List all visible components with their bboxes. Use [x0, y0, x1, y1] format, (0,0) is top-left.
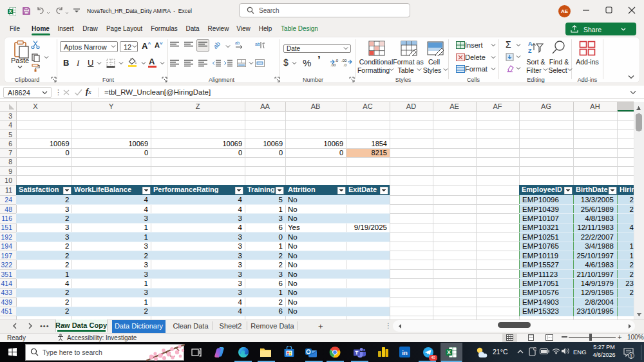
svg-text:No: No: [288, 233, 298, 241]
svg-text:2: 2: [144, 252, 148, 260]
svg-text:AG: AG: [541, 102, 551, 110]
svg-text:3: 3: [238, 242, 242, 250]
svg-text:3: 3: [65, 233, 69, 241]
svg-text:No: No: [288, 242, 298, 250]
svg-text:1: 1: [279, 289, 283, 296]
svg-text:Yes: Yes: [288, 224, 300, 231]
svg-text:2: 2: [65, 298, 69, 306]
svg-text:X: X: [8, 8, 12, 14]
svg-text:10069: 10069: [263, 140, 283, 148]
svg-text:AF: AF: [493, 102, 502, 110]
svg-text:1: 1: [144, 280, 148, 287]
svg-text:451: 451: [1, 307, 12, 315]
svg-text:EMP15323: EMP15323: [522, 307, 559, 315]
svg-text:13/3/2005: 13/3/2005: [581, 196, 614, 204]
svg-text:.00: .00: [330, 63, 336, 66]
svg-text:1: 1: [630, 252, 634, 260]
svg-text:Z: Z: [528, 48, 532, 54]
svg-text:AE: AE: [450, 102, 459, 110]
svg-text:Y: Y: [109, 102, 114, 110]
svg-text:2/8/2004: 2/8/2004: [585, 298, 614, 306]
svg-text:Training: Training: [247, 186, 275, 193]
svg-text:X: X: [447, 349, 451, 356]
svg-text:21/10/1997: 21/10/1997: [576, 271, 614, 278]
svg-text:3: 3: [65, 224, 69, 231]
svg-text:48: 48: [5, 205, 12, 213]
svg-text:.00: .00: [341, 59, 347, 62]
svg-text:1: 1: [279, 242, 283, 250]
svg-text:4: 4: [8, 121, 12, 129]
svg-text:6: 6: [279, 224, 283, 231]
svg-text:2: 2: [630, 261, 634, 269]
svg-text:EMP10119: EMP10119: [522, 252, 558, 260]
svg-text:10069: 10069: [222, 140, 242, 148]
svg-text:6: 6: [279, 307, 283, 315]
svg-text:A: A: [528, 41, 533, 47]
svg-text:EMP15527: EMP15527: [522, 261, 559, 269]
svg-text:1: 1: [279, 205, 283, 213]
svg-text:No: No: [288, 289, 298, 296]
svg-text:0: 0: [279, 233, 283, 241]
svg-text:No: No: [288, 280, 298, 287]
svg-text:3: 3: [279, 214, 283, 222]
svg-text:EMP10439: EMP10439: [522, 205, 559, 213]
svg-text:2: 2: [65, 252, 69, 260]
svg-text:4: 4: [238, 205, 243, 213]
svg-text:0: 0: [65, 149, 69, 157]
svg-text:1: 1: [630, 242, 634, 250]
svg-text:3: 3: [144, 271, 148, 278]
svg-text:10069: 10069: [323, 140, 343, 148]
svg-text:BirthDate: BirthDate: [576, 186, 608, 193]
svg-text:2: 2: [65, 196, 69, 204]
svg-text:ab: ab: [255, 42, 260, 46]
svg-text:.0: .0: [335, 59, 339, 62]
svg-text:3: 3: [238, 289, 242, 296]
svg-text:10069: 10069: [128, 140, 148, 148]
svg-text:3: 3: [8, 112, 12, 120]
svg-text:EMP10251: EMP10251: [522, 233, 559, 241]
svg-text:2: 2: [65, 242, 69, 250]
svg-text:Z: Z: [196, 102, 200, 110]
svg-text:No: No: [288, 205, 298, 213]
svg-text:AD: AD: [406, 102, 416, 110]
svg-text:4: 4: [65, 280, 70, 287]
svg-text:2: 2: [144, 307, 148, 315]
svg-text:No: No: [288, 261, 298, 269]
svg-text:in: in: [402, 349, 408, 356]
svg-text:10: 10: [5, 176, 12, 184]
svg-text:No: No: [288, 214, 298, 222]
svg-text:1: 1: [65, 271, 69, 278]
svg-text:2: 2: [65, 261, 69, 269]
svg-text:2: 2: [279, 261, 283, 269]
svg-text:4: 4: [144, 196, 149, 204]
svg-text:4: 4: [238, 196, 243, 204]
svg-text:.0: .0: [343, 63, 347, 66]
svg-text:9: 9: [8, 167, 12, 175]
svg-text:3: 3: [238, 261, 242, 269]
svg-text:3: 3: [238, 271, 242, 278]
svg-text:4: 4: [144, 205, 149, 213]
svg-text:7: 7: [8, 149, 12, 157]
svg-text:EMP10096: EMP10096: [522, 196, 559, 204]
svg-text:Attrition: Attrition: [288, 186, 316, 193]
svg-text:4/8/1983: 4/8/1983: [585, 214, 614, 222]
svg-text:433: 433: [1, 289, 12, 296]
svg-text:No: No: [288, 271, 298, 278]
svg-text:23: 23: [625, 280, 634, 287]
svg-text:414: 414: [1, 280, 12, 287]
svg-text:ExitDate: ExitDate: [348, 186, 377, 193]
svg-text:ab: ab: [214, 41, 222, 50]
svg-text:1854: 1854: [372, 140, 387, 148]
svg-text:No: No: [288, 298, 298, 306]
svg-text:Satisfaction: Satisfaction: [19, 186, 59, 193]
svg-text:4: 4: [238, 224, 243, 231]
svg-text:1: 1: [144, 298, 148, 306]
svg-text:4: 4: [238, 298, 243, 306]
svg-text:EMP10107: EMP10107: [522, 214, 559, 222]
svg-text:8215: 8215: [372, 149, 387, 157]
svg-text:194: 194: [1, 242, 12, 250]
svg-text:25/10/1997: 25/10/1997: [576, 252, 614, 260]
svg-text:AA: AA: [260, 102, 270, 110]
svg-text:1: 1: [144, 233, 148, 241]
svg-text:0: 0: [238, 149, 242, 157]
